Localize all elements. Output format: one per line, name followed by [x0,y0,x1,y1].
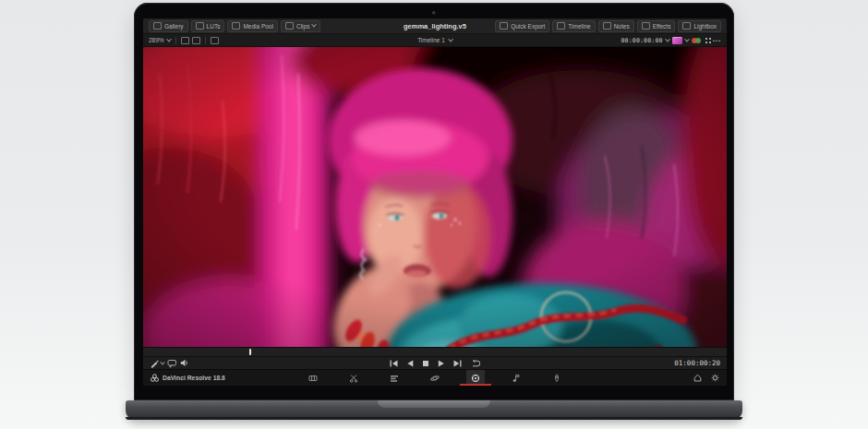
chevron-down-icon [160,359,165,364]
quick-export-button[interactable]: Quick Export [495,20,549,32]
quick-export-label: Quick Export [511,23,545,30]
source-timecode-value: 00:00:00:00 [621,37,662,44]
chevron-down-icon [448,36,453,42]
laptop-base [126,400,742,420]
gallery-label: Gallery [164,23,184,30]
desktop-background: Gallery LUTs Media Pool Clips gemma_ligh… [0,0,868,429]
timeline-selector-label: Timeline 1 [417,37,445,43]
clips-icon [285,22,294,30]
last-frame-button[interactable] [453,360,462,367]
first-frame-button[interactable] [390,360,398,367]
page-navigation-bar: DaVinci Resolve 18.6 [143,369,727,386]
luts-button[interactable]: LUTs [191,20,225,32]
effects-button[interactable]: Effects [637,20,676,32]
fairlight-page-icon [512,374,521,383]
fusion-page-icon [430,374,440,383]
timeline-label: Timeline [568,23,590,30]
play-button[interactable] [438,360,445,367]
app-version-chip: DaVinci Resolve 18.6 [151,374,225,382]
annotate-tool-button[interactable] [150,359,164,368]
audio-mute-icon[interactable] [180,359,189,367]
viewer-zoom-value: 289% [149,37,164,43]
webcam-icon [432,11,436,15]
page-tabs [304,370,566,386]
media-pool-label: Media Pool [243,23,273,30]
app-version-label: DaVinci Resolve 18.6 [163,375,225,381]
project-title: gemma_lighting.v5 [404,22,466,30]
chevron-down-icon [684,36,690,42]
cut-page-icon [349,374,358,383]
transport-bar: 01:00:00:20 [143,356,727,369]
divider [175,37,176,44]
davinci-resolve-logo-icon [151,374,159,382]
viewer-option-icon-1[interactable] [181,37,189,44]
page-tab-media[interactable] [304,370,322,386]
luts-icon [196,22,204,30]
viewer-option-icon-3[interactable] [211,37,219,44]
effects-icon [642,22,650,30]
page-tab-color[interactable] [466,370,485,386]
expand-viewer-icon[interactable] [705,38,707,40]
lightbox-icon [682,22,691,30]
pagebar-corner-icons [693,374,719,382]
photo-artwork [143,47,727,347]
lightbox-label: Lightbox [693,23,717,30]
color-viewer-image[interactable] [143,47,727,347]
toolbar-left-group: Gallery LUTs Media Pool Clips [149,20,320,32]
viewer-option-icon-2[interactable] [192,37,200,44]
split-screen-icon[interactable] [692,37,702,44]
gallery-button[interactable]: Gallery [149,20,188,32]
settings-gear-icon[interactable] [711,374,719,382]
clips-label: Clips [296,23,309,30]
transport-controls [390,360,480,367]
notes-icon [603,22,611,30]
stop-button[interactable] [422,360,429,367]
chevron-down-icon [665,36,670,42]
chevron-down-icon [312,22,318,28]
timeline-selector[interactable]: Timeline 1 [417,37,452,43]
media-pool-button[interactable]: Media Pool [227,20,278,32]
viewer-tools-group [150,359,189,368]
page-tab-deliver[interactable] [548,370,566,386]
effects-label: Effects [653,23,671,30]
source-timecode-dropdown[interactable]: 00:00:00:00 [621,37,669,44]
page-tab-edit[interactable] [385,370,404,386]
davinci-resolve-window: Gallery LUTs Media Pool Clips gemma_ligh… [143,18,727,386]
viewer-right-options: 00:00:00:00 ••• [621,37,721,44]
deliver-page-icon [552,374,561,383]
record-timecode: 01:00:00:20 [674,359,720,367]
gallery-icon [153,22,162,30]
timeline-icon [557,22,565,30]
play-reverse-button[interactable] [406,360,414,367]
divider [205,37,206,44]
page-tab-fusion[interactable] [426,370,444,386]
toolbar-right-group: Quick Export Timeline Notes Effects Ligh… [495,20,721,32]
luts-label: LUTs [207,23,221,30]
laptop-base-edge [126,417,742,420]
pen-icon [150,359,159,368]
more-options-icon[interactable]: ••• [713,38,721,43]
home-icon[interactable] [693,374,702,382]
laptop-lid-notch [378,400,490,408]
viewer-scrubber[interactable] [143,347,727,356]
media-page-icon [308,374,318,383]
lightbox-button[interactable]: Lightbox [678,20,721,32]
media-pool-icon [232,22,240,30]
viewer-left-options: 289% [149,37,219,44]
color-page-icon [471,374,480,383]
chevron-down-icon [166,36,172,42]
annotation-note-icon[interactable] [167,359,177,368]
loop-button[interactable] [470,360,480,367]
viewer-options-bar: 289% Timeline 1 00:00:00:00 [143,34,727,47]
timeline-button[interactable]: Timeline [552,20,595,32]
playhead-marker[interactable] [249,349,251,355]
viewer-mode-icon[interactable] [672,37,682,44]
notes-button[interactable]: Notes [598,20,634,32]
viewer-zoom-dropdown[interactable]: 289% [149,37,171,43]
notes-label: Notes [614,23,630,30]
page-tab-cut[interactable] [344,370,363,386]
page-tab-fairlight[interactable] [507,370,525,386]
edit-page-icon [390,374,399,383]
top-toolbar: Gallery LUTs Media Pool Clips gemma_ligh… [143,18,727,34]
clips-button[interactable]: Clips [281,20,320,32]
